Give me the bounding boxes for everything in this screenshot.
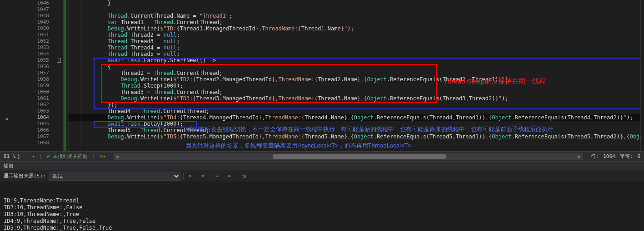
code-content[interactable]: } Thread.CurrentThread.Name = "Thread1";… [66,0,640,151]
clear-icon[interactable]: ⌧ [225,172,234,181]
fold-margin[interactable]: - [55,0,64,151]
scroll-left-icon[interactable]: ◀ [114,153,120,160]
zoom-control[interactable]: 91 % ▲▼ [4,153,20,160]
horizontal-scrollbar[interactable]: ◀ ▶ [114,153,583,160]
line-numbers: 1046104710481049105010511052105310541055… [11,0,55,151]
health-icon[interactable]: ✦ [32,153,35,159]
output-body[interactable]: ID:9,ThreadName:Thread1ID2:10,ThreadName… [0,182,644,231]
scroll-thumb[interactable] [273,154,446,159]
output-title: 输出 [4,162,14,169]
clock-icon[interactable]: ◷ [240,172,249,181]
code-editor[interactable]: ◆ 10461047104810491050105110521053105410… [0,0,644,151]
cursor-char-label: 字符: [620,153,633,160]
indent-left-icon[interactable]: ⇤ [186,172,195,181]
scroll-right-icon[interactable]: ▶ [576,153,583,160]
cursor-char-value: 6 [637,153,640,159]
zoom-value: 91 % [4,153,16,159]
output-source-label: 显示输出来源(S): [4,172,46,179]
breakpoint-icon: ◆ [5,116,8,121]
annotation-blue-2: 因此针对这样的场景，多线程变量隔离要用AsyncLocal<T>，而不再用Thr… [185,143,411,149]
annotation-red: Thread.Sleep前后保持在同一线程 [444,78,546,84]
toggle-list-icon[interactable]: ≡ [213,172,222,181]
output-toolbar: 显示输出来源(S): 调试 ⇤ ⇥ ≡ ⌧ ◷ [0,170,644,182]
editor-statusbar: 91 % ▲▼ · ✦ | ✔ 未找到相关问题 | ✎▾ ◀ ▶ 行: 1064… [0,151,644,161]
cursor-line-value: 1064 [603,153,615,159]
output-header[interactable]: 输出 [0,161,644,170]
cursor-line-label: 行: [591,153,599,160]
minimap[interactable] [640,0,644,151]
check-icon: ✔ [47,153,50,159]
fold-toggle-icon[interactable]: - [57,59,61,63]
brush-icon[interactable]: ✎▾ [100,153,105,159]
annotation-blue-1: await前后发生线程切换，不一定会保持在同一线程中执行，有可能是新的线程中，也… [185,126,554,133]
output-panel: 输出 显示输出来源(S): 调试 ⇤ ⇥ ≡ ⌧ ◷ ID:9,ThreadNa… [0,161,644,231]
breakpoint-margin[interactable]: ◆ [0,0,11,151]
indent-right-icon[interactable]: ⇥ [198,172,207,181]
issues-status[interactable]: ✔ 未找到相关问题 [47,153,88,160]
zoom-stepper-icon[interactable]: ▲▼ [18,153,20,160]
output-source-select[interactable]: 调试 [49,172,180,181]
issues-text: 未找到相关问题 [53,153,88,160]
